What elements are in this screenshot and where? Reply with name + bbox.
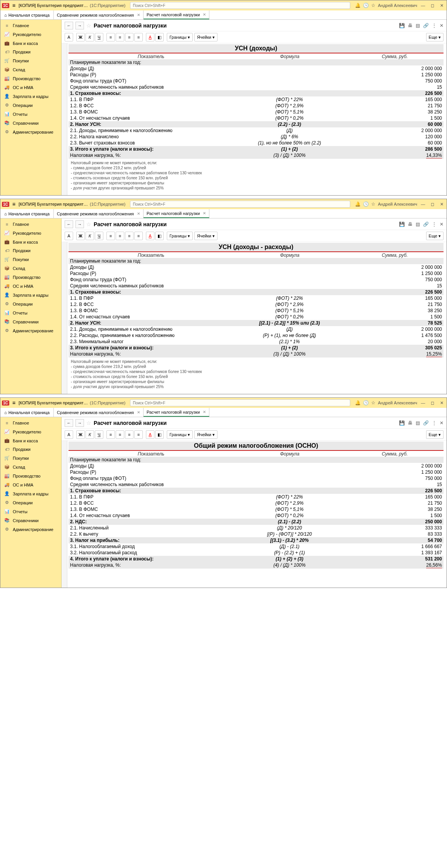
sidebar-item[interactable]: 📊Отчеты bbox=[0, 507, 61, 516]
home-tab[interactable]: ⌂Начальная страница bbox=[0, 408, 54, 417]
italic-button[interactable]: К bbox=[86, 232, 94, 240]
align-left-button[interactable]: ≡ bbox=[106, 232, 115, 240]
favorite-icon[interactable]: ☆ bbox=[86, 420, 91, 426]
sidebar-item[interactable]: 📊Отчеты bbox=[0, 110, 61, 119]
print-icon[interactable]: 🖶 bbox=[408, 23, 413, 28]
save-icon[interactable]: 💾 bbox=[399, 222, 405, 227]
menu-icon[interactable]: ≡ bbox=[11, 201, 17, 207]
align-right-button[interactable]: ≡ bbox=[125, 232, 134, 240]
close-icon[interactable]: ✕ bbox=[137, 410, 140, 414]
borders-select[interactable]: Границы ▾ bbox=[167, 430, 193, 439]
user-name[interactable]: Андрей Алексеевич bbox=[378, 400, 417, 405]
maximize-button[interactable]: ◻ bbox=[429, 399, 436, 406]
sidebar-item[interactable]: ⚙Операции bbox=[0, 101, 61, 110]
sidebar-item[interactable]: ≡Главное bbox=[0, 220, 61, 229]
bold-button[interactable]: Ж bbox=[76, 430, 85, 439]
sidebar-item[interactable]: ≡Главное bbox=[0, 21, 61, 30]
bell-icon[interactable]: 🔔 bbox=[355, 3, 361, 8]
history-icon[interactable]: 🕓 bbox=[363, 400, 369, 406]
sidebar-item[interactable]: 🏷Продажи bbox=[0, 445, 61, 454]
close-icon[interactable]: ✕ bbox=[203, 12, 206, 17]
close-page-icon[interactable]: ✕ bbox=[440, 420, 444, 426]
close-button[interactable]: ✕ bbox=[438, 399, 445, 406]
italic-button[interactable]: К bbox=[86, 33, 94, 41]
tab-compare[interactable]: Сравнение режимов налогообложения✕ bbox=[54, 10, 144, 19]
minimize-button[interactable]: — bbox=[420, 201, 426, 208]
spreadsheet[interactable]: УСН (доходы - расходы) ПоказательФормула… bbox=[62, 242, 447, 394]
cells-select[interactable]: Ячейки ▾ bbox=[194, 232, 218, 240]
print-icon[interactable]: 🖶 bbox=[408, 222, 413, 227]
sidebar-item[interactable]: ⚙Администрирование bbox=[0, 326, 61, 335]
menu-icon[interactable]: ≡ bbox=[11, 400, 17, 406]
search-input[interactable] bbox=[130, 2, 350, 9]
color-button[interactable]: A bbox=[146, 33, 154, 41]
align-right-button[interactable]: ≡ bbox=[125, 33, 134, 41]
sidebar-item[interactable]: ≡Главное bbox=[0, 419, 61, 427]
sidebar-item[interactable]: 🚚ОС и НМА bbox=[0, 480, 61, 489]
color-button[interactable]: A bbox=[146, 430, 154, 439]
align-center-button[interactable]: ≡ bbox=[116, 232, 124, 240]
sidebar-item[interactable]: ⚙Операции bbox=[0, 498, 61, 507]
align-justify-button[interactable]: ≡ bbox=[134, 33, 143, 41]
sidebar-item[interactable]: 🛒Покупки bbox=[0, 56, 61, 65]
print-icon[interactable]: 🖶 bbox=[408, 420, 413, 426]
more-button[interactable]: Еще ▾ bbox=[426, 33, 444, 41]
spreadsheet[interactable]: Общий режим налогообложения (ОСНО) Показ… bbox=[62, 441, 447, 588]
spreadsheet[interactable]: УСН (доходы) ПоказательФормулаСумма, руб… bbox=[62, 43, 447, 195]
sidebar-item[interactable]: 📈Руководителю bbox=[0, 30, 61, 39]
star-icon[interactable]: ☆ bbox=[371, 201, 375, 207]
align-center-button[interactable]: ≡ bbox=[116, 430, 124, 439]
borders-select[interactable]: Границы ▾ bbox=[167, 33, 193, 41]
tab-compare[interactable]: Сравнение режимов налогообложения✕ bbox=[54, 209, 144, 218]
bold-button[interactable]: Ж bbox=[76, 232, 85, 240]
close-button[interactable]: ✕ bbox=[438, 2, 445, 9]
close-button[interactable]: ✕ bbox=[438, 201, 445, 208]
sidebar-item[interactable]: 🏷Продажи bbox=[0, 246, 61, 255]
user-name[interactable]: Андрей Алексеевич bbox=[378, 3, 417, 8]
sidebar-item[interactable]: ⚙Операции bbox=[0, 299, 61, 308]
bgcolor-button[interactable]: ◧ bbox=[155, 232, 164, 240]
more-button[interactable]: Еще ▾ bbox=[426, 232, 444, 240]
tab-calc[interactable]: Расчет налоговой нагрузки✕ bbox=[144, 408, 210, 417]
minimize-button[interactable]: — bbox=[420, 2, 426, 9]
cells-select[interactable]: Ячейки ▾ bbox=[194, 430, 218, 439]
sidebar-item[interactable]: 👤Зарплата и кадры bbox=[0, 489, 61, 498]
forward-button[interactable]: → bbox=[75, 220, 84, 228]
export-icon[interactable]: ▤ bbox=[416, 222, 420, 227]
font-button[interactable]: А bbox=[65, 232, 73, 240]
sidebar-item[interactable]: ⚙Администрирование bbox=[0, 525, 61, 534]
font-button[interactable]: А bbox=[65, 33, 73, 41]
minimize-button[interactable]: — bbox=[420, 399, 426, 406]
align-center-button[interactable]: ≡ bbox=[116, 33, 124, 41]
sidebar-item[interactable]: 📦Склад bbox=[0, 264, 61, 273]
align-justify-button[interactable]: ≡ bbox=[134, 430, 143, 439]
underline-button[interactable]: Ч bbox=[95, 33, 103, 41]
back-button[interactable]: ← bbox=[65, 22, 73, 29]
sidebar-item[interactable]: 💼Банк и касса bbox=[0, 436, 61, 445]
export-icon[interactable]: ▤ bbox=[416, 420, 420, 426]
link-icon[interactable]: 🔗 bbox=[423, 222, 429, 227]
save-icon[interactable]: 💾 bbox=[399, 420, 405, 426]
sidebar-item[interactable]: 📚Справочники bbox=[0, 516, 61, 525]
sidebar-item[interactable]: ⚙Администрирование bbox=[0, 127, 61, 136]
sidebar-item[interactable]: 🏭Производство bbox=[0, 273, 61, 282]
star-icon[interactable]: ☆ bbox=[371, 400, 375, 406]
sidebar-item[interactable]: 📚Справочники bbox=[0, 119, 61, 127]
tab-calc[interactable]: Расчет налоговой нагрузки✕ bbox=[144, 10, 210, 19]
bell-icon[interactable]: 🔔 bbox=[355, 201, 361, 207]
back-button[interactable]: ← bbox=[65, 220, 73, 228]
search-input[interactable] bbox=[130, 399, 350, 406]
more-icon[interactable]: ⋮ bbox=[432, 420, 437, 426]
bell-icon[interactable]: 🔔 bbox=[355, 400, 361, 406]
sidebar-item[interactable]: 🏷Продажи bbox=[0, 48, 61, 56]
favorite-icon[interactable]: ☆ bbox=[86, 221, 91, 227]
sidebar-item[interactable]: 🚚ОС и НМА bbox=[0, 83, 61, 92]
sidebar-item[interactable]: 🛒Покупки bbox=[0, 255, 61, 264]
align-left-button[interactable]: ≡ bbox=[106, 430, 115, 439]
close-page-icon[interactable]: ✕ bbox=[440, 222, 444, 227]
bgcolor-button[interactable]: ◧ bbox=[155, 33, 164, 41]
menu-icon[interactable]: ≡ bbox=[11, 2, 17, 9]
tab-calc[interactable]: Расчет налоговой нагрузки✕ bbox=[144, 209, 210, 218]
sidebar-item[interactable]: 📦Склад bbox=[0, 462, 61, 471]
sidebar-item[interactable]: 📈Руководителю bbox=[0, 229, 61, 237]
